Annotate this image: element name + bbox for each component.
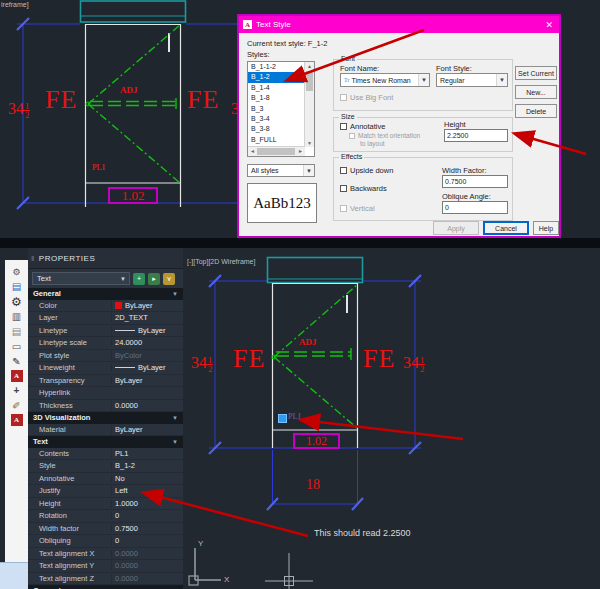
scroll-down-icon[interactable]: ▼ xyxy=(305,140,314,146)
checkbox-icon[interactable] xyxy=(340,123,347,130)
dim-width-value: 1.02 xyxy=(122,188,145,204)
scroll-right-icon[interactable]: ► xyxy=(296,148,305,154)
chevron-down-icon[interactable]: ▼ xyxy=(418,74,429,86)
properties-titlebar[interactable]: ‖ PROPERTIES xyxy=(28,248,183,269)
set-current-button[interactable]: Set Current xyxy=(515,66,557,80)
apply-button[interactable]: Apply xyxy=(433,221,479,235)
property-row-style[interactable]: Style B_1-2 xyxy=(28,460,183,473)
section-header-general[interactable]: General▼ xyxy=(28,288,183,300)
style-item-selected[interactable]: B_1-2 xyxy=(248,72,305,82)
dialog-titlebar[interactable]: A Text Style ✕ xyxy=(239,16,559,33)
move-icon[interactable]: + xyxy=(9,384,24,397)
section-header-text[interactable]: Text▼ xyxy=(28,436,183,448)
quick-select-icon[interactable]: ⋎ xyxy=(163,273,175,285)
property-row-text-alignment-y[interactable]: Text alignment Y 0.0000 xyxy=(28,560,183,573)
property-row-lineweight[interactable]: Lineweight ByLayer xyxy=(28,362,183,375)
height-value: 2.2500 xyxy=(447,132,468,139)
rectangle-icon[interactable]: ▭ xyxy=(9,340,24,353)
upside-down-checkbox[interactable]: Upside down xyxy=(340,166,393,175)
label-pl1: PL1 xyxy=(92,163,105,172)
scroll-left-icon[interactable]: ◄ xyxy=(248,148,257,154)
select-objects-icon[interactable]: ▸ xyxy=(148,273,160,285)
styles-label: Styles: xyxy=(247,50,270,59)
pencil-icon[interactable]: ✎ xyxy=(9,355,24,368)
blue-document-icon[interactable]: ▤ xyxy=(9,280,24,293)
chevron-down-icon[interactable]: ▼ xyxy=(172,291,178,297)
font-name-dropdown[interactable]: Tr Times New Roman ▼ xyxy=(340,73,430,87)
top-cad-viewport[interactable]: ireframe] FE FE ADJ PL1 34 12 3 1.02 xyxy=(0,0,600,238)
style-item[interactable]: B_1-4 xyxy=(248,83,305,93)
chevron-down-icon[interactable]: ▼ xyxy=(303,165,314,176)
property-row-layer[interactable]: Layer 2D_TEXT xyxy=(28,312,183,325)
vertical-scrollbar[interactable]: ▲ ▼ xyxy=(304,62,314,147)
property-row-hyperlink[interactable]: Hyperlink xyxy=(28,387,183,400)
style-item[interactable]: B_1-1-2 xyxy=(248,62,305,72)
property-row-justify[interactable]: Justify Left xyxy=(28,485,183,498)
property-row-obliquing[interactable]: Obliquing 0 xyxy=(28,535,183,548)
property-row-contents[interactable]: Contents PL1 xyxy=(28,448,183,461)
new-button[interactable]: New... xyxy=(515,85,557,99)
property-row-plot-style[interactable]: Plot style ByColor xyxy=(28,350,183,363)
property-row-linetype[interactable]: Linetype ByLayer xyxy=(28,325,183,338)
label-adj: ADJ xyxy=(299,337,317,347)
property-row-thickness[interactable]: Thickness 0.0000 xyxy=(28,400,183,413)
property-row-height[interactable]: Height 1.0000 xyxy=(28,498,183,511)
property-row-linetype-scale[interactable]: Linetype scale 24.0000 xyxy=(28,337,183,350)
object-type-dropdown[interactable]: Text ▼ xyxy=(32,272,130,285)
acad-badge-icon-2[interactable]: A xyxy=(11,414,23,426)
property-row-rotation[interactable]: Rotation 0 xyxy=(28,510,183,523)
backwards-checkbox[interactable]: Backwards xyxy=(340,184,387,193)
property-row-material[interactable]: Material ByLayer xyxy=(28,424,183,437)
property-row-text-alignment-x[interactable]: Text alignment X 0.0000 xyxy=(28,548,183,561)
acad-badge-icon[interactable]: A xyxy=(11,370,23,382)
height-input[interactable]: 2.2500 xyxy=(444,129,508,142)
cancel-button[interactable]: Cancel xyxy=(483,221,529,235)
font-style-dropdown[interactable]: Regular ▼ xyxy=(436,73,508,87)
oblique-angle-value: 0 xyxy=(445,204,449,211)
section-header-geometry[interactable]: Geometry▼ xyxy=(28,585,183,589)
style-item[interactable]: B_3-4 xyxy=(248,114,305,124)
font-name-label: Font Name: xyxy=(340,64,379,73)
columns-icon[interactable]: ▥ xyxy=(9,310,24,323)
style-item[interactable]: B_1-8 xyxy=(248,93,305,103)
style-item[interactable]: B_FULL xyxy=(248,135,305,145)
style-item[interactable]: B_3-8 xyxy=(248,124,305,134)
gear-large-icon[interactable]: ⚙ xyxy=(9,295,24,308)
width-factor-input[interactable]: 0.7500 xyxy=(442,175,508,188)
window-separator xyxy=(0,238,600,248)
chevron-down-icon[interactable]: ▼ xyxy=(172,415,178,421)
chevron-down-icon[interactable]: ▼ xyxy=(496,74,507,86)
document-icon[interactable]: ▤ xyxy=(9,325,24,338)
label-fe-left: FE xyxy=(233,344,265,374)
pickadd-toggle-icon[interactable]: + xyxy=(133,273,145,285)
help-button[interactable]: Help xyxy=(533,221,559,235)
use-big-font-checkbox: Use Big Font xyxy=(340,93,393,102)
horizontal-scrollbar[interactable]: ◄ ► xyxy=(248,146,305,156)
style-filter-dropdown[interactable]: All styles ▼ xyxy=(247,164,315,177)
current-style-text: Current text style: F_1-2 xyxy=(247,39,327,48)
property-row-width-factor[interactable]: Width factor 0.7500 xyxy=(28,523,183,536)
chevron-down-icon[interactable]: ▼ xyxy=(172,439,178,445)
gear-small-icon[interactable]: ⚙ xyxy=(9,265,24,278)
oblique-angle-input[interactable]: 0 xyxy=(442,201,508,214)
checkbox-icon[interactable] xyxy=(340,185,347,192)
selection-grip[interactable] xyxy=(278,414,287,423)
delete-button[interactable]: Delete xyxy=(515,104,557,118)
grip-icon[interactable]: ‖ xyxy=(31,254,35,263)
styles-listbox[interactable]: B_1-1-2 B_1-2 B_1-4 B_1-8 B_3 B_3-4 B_3-… xyxy=(247,61,315,157)
property-row-annotative[interactable]: Annotative No xyxy=(28,473,183,486)
checkbox-icon[interactable] xyxy=(340,167,347,174)
annotative-checkbox[interactable]: Annotative xyxy=(340,122,385,131)
bottom-cad-viewport[interactable]: [-][Top][2D Wireframe] xyxy=(183,248,600,589)
color-swatch xyxy=(115,302,122,309)
scroll-up-icon[interactable]: ▲ xyxy=(305,63,314,69)
property-row-transparency[interactable]: Transparency ByLayer xyxy=(28,375,183,388)
property-row-text-alignment-z[interactable]: Text alignment Z 0.0000 xyxy=(28,573,183,586)
close-icon[interactable]: ✕ xyxy=(545,20,553,30)
section-header-3d-visualization[interactable]: 3D Visualization▼ xyxy=(28,412,183,424)
style-item[interactable]: B_3 xyxy=(248,104,305,114)
property-row-color[interactable]: Color ByLayer xyxy=(28,300,183,313)
selected-text-pl1[interactable]: PL1 xyxy=(288,412,301,421)
chevron-down-icon[interactable]: ▼ xyxy=(120,276,129,282)
pen-icon[interactable]: ✐ xyxy=(9,399,24,412)
